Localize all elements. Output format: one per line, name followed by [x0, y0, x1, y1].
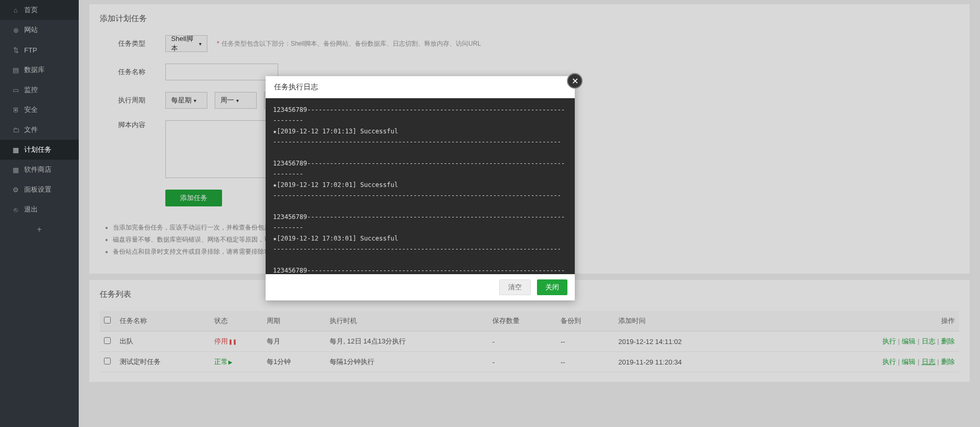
sidebar-label: 退出 — [24, 205, 38, 214]
sidebar-item-site[interactable]: ⊕网站 — [0, 20, 79, 40]
sidebar-label: 面板设置 — [24, 185, 51, 194]
sidebar-item-software[interactable]: ▦软件商店 — [0, 160, 79, 180]
sidebar-item-settings[interactable]: ⚙面板设置 — [0, 180, 79, 200]
sidebar-item-cron[interactable]: ▦计划任务 — [0, 140, 79, 160]
clear-log-button[interactable]: 清空 — [499, 279, 531, 295]
sidebar-label: FTP — [24, 46, 37, 54]
ftp-icon: ⇅ — [12, 46, 20, 54]
sidebar-label: 文件 — [24, 125, 38, 134]
database-icon: ▤ — [12, 66, 20, 74]
sidebar-item-home[interactable]: ⌂首页 — [0, 0, 79, 20]
sidebar-label: 软件商店 — [24, 165, 51, 174]
apps-icon: ▦ — [12, 165, 20, 174]
modal-title: 任务执行日志 — [266, 76, 575, 98]
sidebar-item-database[interactable]: ▤数据库 — [0, 60, 79, 80]
exit-icon: ⎋ — [12, 205, 20, 214]
sidebar-label: 网站 — [24, 25, 38, 35]
gear-icon: ⚙ — [12, 185, 20, 194]
sidebar-item-logout[interactable]: ⎋退出 — [0, 200, 79, 220]
home-icon: ⌂ — [12, 6, 20, 14]
sidebar-label: 安全 — [24, 105, 38, 114]
sidebar-label: 计划任务 — [24, 145, 51, 154]
sidebar-item-ftp[interactable]: ⇅FTP — [0, 40, 79, 60]
sidebar-label: 首页 — [24, 5, 38, 15]
sidebar-item-files[interactable]: 🗀文件 — [0, 120, 79, 140]
monitor-icon: ▭ — [12, 86, 20, 94]
sidebar-item-monitor[interactable]: ▭监控 — [0, 80, 79, 100]
sidebar-label: 监控 — [24, 85, 38, 95]
modal-close-button[interactable]: ✕ — [567, 73, 583, 89]
globe-icon: ⊕ — [12, 26, 20, 34]
log-output[interactable]: 123456789-------------------------------… — [266, 98, 575, 274]
sidebar: ⌂首页 ⊕网站 ⇅FTP ▤数据库 ▭监控 ⛨安全 🗀文件 ▦计划任务 ▦软件商… — [0, 0, 79, 427]
close-icon: ✕ — [572, 76, 578, 86]
sidebar-item-security[interactable]: ⛨安全 — [0, 100, 79, 120]
log-modal: ✕ 任务执行日志 123456789----------------------… — [266, 76, 575, 300]
sidebar-label: 数据库 — [24, 65, 45, 75]
close-log-button[interactable]: 关闭 — [537, 279, 567, 295]
folder-icon: 🗀 — [12, 126, 20, 134]
shield-icon: ⛨ — [12, 106, 20, 114]
sidebar-add[interactable]: + — [0, 220, 79, 239]
cron-icon: ▦ — [12, 145, 20, 154]
